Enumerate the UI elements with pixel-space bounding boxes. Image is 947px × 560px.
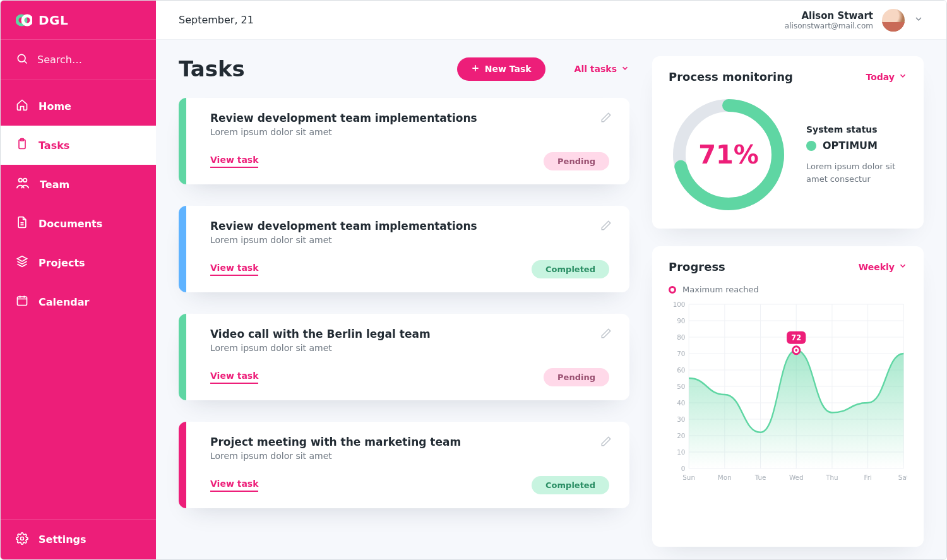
process-filter[interactable]: Today	[866, 71, 907, 82]
process-ring-chart: 71%	[669, 95, 789, 215]
task-subtitle: Lorem ipsum dolor sit amet	[210, 235, 609, 245]
svg-text:30: 30	[677, 415, 685, 424]
panel-title: Progress	[669, 260, 725, 273]
svg-text:Fri: Fri	[864, 474, 871, 482]
search-placeholder: Search…	[37, 54, 82, 66]
avatar[interactable]	[882, 9, 905, 32]
svg-text:Sun: Sun	[682, 474, 695, 482]
progress-filter[interactable]: Weekly	[859, 261, 907, 272]
brand[interactable]: DGL	[1, 1, 156, 40]
sidebar-item-label: Settings	[39, 533, 86, 545]
task-card: Video call with the Berlin legal team Lo…	[179, 314, 629, 400]
home-icon	[16, 98, 28, 114]
view-task-link[interactable]: View task	[210, 155, 258, 168]
page-title: Tasks	[179, 56, 245, 81]
process-status-value: OPTIMUM	[823, 140, 878, 152]
svg-text:10: 10	[677, 448, 685, 456]
pencil-icon[interactable]	[600, 328, 612, 342]
status-badge: Completed	[532, 260, 609, 278]
gear-icon	[16, 532, 28, 547]
svg-point-7	[23, 179, 27, 182]
new-task-label: New Task	[485, 64, 532, 74]
search-icon	[16, 52, 28, 68]
team-icon	[16, 177, 30, 192]
svg-point-51	[795, 349, 797, 352]
sidebar-item-settings[interactable]: Settings	[1, 519, 156, 559]
chevron-down-icon	[621, 64, 629, 74]
sidebar: DGL Search… Home Tasks	[1, 1, 156, 559]
search-input[interactable]: Search…	[1, 40, 156, 80]
svg-text:40: 40	[677, 399, 685, 407]
sidebar-item-label: Tasks	[39, 140, 69, 152]
view-task-link[interactable]: View task	[210, 263, 258, 276]
task-subtitle: Lorem ipsum dolor sit amet	[210, 127, 609, 137]
svg-point-6	[19, 179, 22, 182]
nav: Home Tasks Team Documents	[1, 80, 156, 519]
brand-name: DGL	[39, 13, 68, 28]
sidebar-item-calendar[interactable]: Calendar	[1, 282, 156, 321]
panel-title: Process monitoring	[669, 70, 793, 83]
task-title: Review development team implementations	[210, 112, 609, 124]
sidebar-item-documents[interactable]: Documents	[1, 204, 156, 243]
tasks-filter-label: All tasks	[575, 64, 617, 74]
progress-legend-label: Maximum reached	[682, 285, 759, 294]
task-card: Project meeting with the marketing team …	[179, 422, 629, 508]
sidebar-item-label: Home	[39, 100, 71, 112]
sidebar-item-home[interactable]: Home	[1, 86, 156, 126]
pencil-icon[interactable]	[600, 436, 612, 450]
process-description: Lorem ipsum dolor sit amet consectur	[806, 160, 907, 185]
svg-text:80: 80	[677, 333, 685, 342]
status-badge: Pending	[544, 368, 609, 386]
user-email: alisonstwart@mail.com	[785, 21, 873, 30]
task-title: Video call with the Berlin legal team	[210, 328, 609, 340]
tasks-filter[interactable]: All tasks	[575, 64, 629, 74]
svg-point-2	[18, 54, 25, 62]
sidebar-item-tasks[interactable]: Tasks	[1, 126, 156, 165]
svg-text:0: 0	[681, 465, 686, 473]
chevron-down-icon	[898, 71, 907, 82]
view-task-link[interactable]: View task	[210, 371, 258, 384]
sidebar-item-label: Team	[40, 179, 69, 191]
chevron-down-icon	[914, 14, 924, 27]
task-subtitle: Lorem ipsum dolor sit amet	[210, 343, 609, 353]
process-status-heading: System status	[806, 124, 907, 134]
task-title: Review development team implementations	[210, 220, 609, 232]
task-title: Project meeting with the marketing team	[210, 436, 609, 448]
process-filter-label: Today	[866, 72, 895, 82]
status-badge: Completed	[532, 476, 609, 494]
status-dot-icon	[806, 141, 816, 151]
svg-text:70: 70	[677, 350, 685, 358]
clipboard-icon	[16, 138, 28, 153]
svg-text:90: 90	[677, 317, 685, 325]
sidebar-item-label: Projects	[39, 257, 85, 269]
task-subtitle: Lorem ipsum dolor sit amet	[210, 451, 609, 461]
header-date: September, 21	[179, 14, 254, 26]
progress-filter-label: Weekly	[859, 262, 895, 272]
svg-text:Wed: Wed	[789, 474, 804, 482]
svg-text:100: 100	[673, 301, 686, 309]
progress-legend: Maximum reached	[669, 285, 907, 294]
task-card: Review development team implementations …	[179, 98, 629, 184]
calendar-icon	[16, 294, 28, 309]
svg-text:Mon: Mon	[718, 474, 732, 482]
view-task-link[interactable]: View task	[210, 479, 258, 492]
process-percent: 71%	[669, 95, 789, 215]
user-menu[interactable]: Alison Stwart alisonstwart@mail.com	[785, 9, 924, 32]
task-card: Review development team implementations …	[179, 206, 629, 292]
svg-point-9	[21, 537, 24, 540]
svg-text:60: 60	[677, 366, 685, 374]
pencil-icon[interactable]	[600, 220, 612, 234]
documents-icon	[16, 216, 28, 231]
svg-rect-8	[18, 297, 27, 305]
sidebar-item-team[interactable]: Team	[1, 165, 156, 204]
pencil-icon[interactable]	[600, 112, 612, 126]
sidebar-item-projects[interactable]: Projects	[1, 243, 156, 282]
new-task-button[interactable]: New Task	[457, 57, 545, 81]
sidebar-item-label: Documents	[39, 218, 102, 230]
status-badge: Pending	[544, 152, 609, 170]
svg-text:20: 20	[677, 432, 685, 440]
layers-icon	[16, 255, 28, 270]
svg-text:50: 50	[677, 383, 685, 391]
chevron-down-icon	[898, 261, 907, 272]
progress-chart: 0102030405060708090100SunMonTueWedThuFri…	[669, 301, 907, 484]
